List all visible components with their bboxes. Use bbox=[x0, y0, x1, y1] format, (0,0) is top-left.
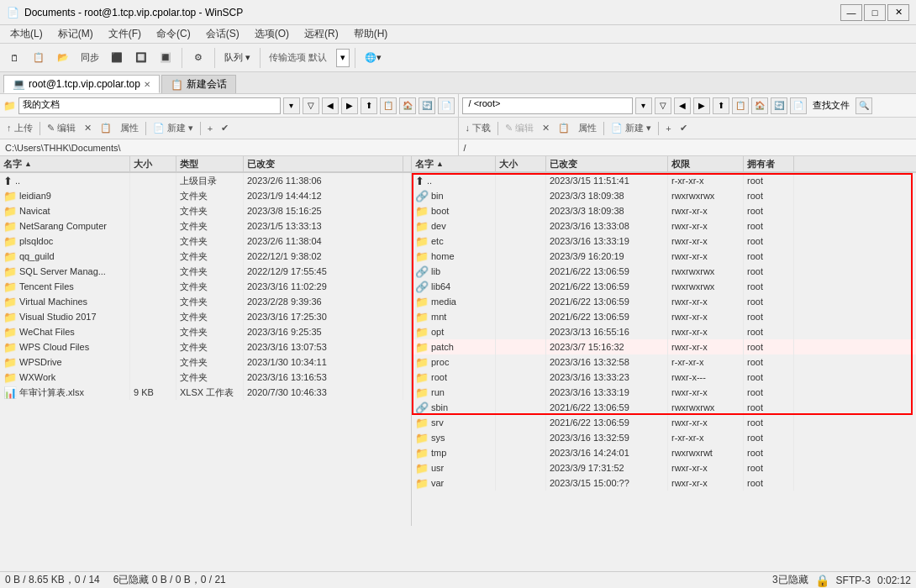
menu-mark[interactable]: 标记(M) bbox=[51, 25, 100, 43]
minimize-button[interactable]: — bbox=[840, 4, 862, 21]
right-file-row[interactable]: 📁patch 2023/3/7 15:16:32 rwxr-xr-x root bbox=[412, 339, 916, 354]
right-file-row[interactable]: 📁run 2023/3/16 13:33:19 rwxr-xr-x root bbox=[412, 385, 916, 400]
menu-file[interactable]: 文件(F) bbox=[102, 25, 148, 43]
right-addr-back[interactable]: ◀ bbox=[674, 97, 691, 114]
left-addr-back[interactable]: ◀ bbox=[322, 97, 339, 114]
right-copy-btn[interactable]: 📋 bbox=[555, 120, 573, 137]
right-file-row[interactable]: 🔗lib64 2021/6/22 13:06:59 rwxrwxrwx root bbox=[412, 279, 916, 294]
toolbar-btn-2[interactable]: 📋 bbox=[28, 47, 50, 69]
toolbar-btn-5[interactable]: 🔳 bbox=[155, 47, 176, 69]
menu-help[interactable]: 帮助(H) bbox=[347, 25, 395, 43]
left-addr-dropdown[interactable]: ▾ bbox=[283, 97, 300, 114]
right-check-btn[interactable]: ✔ bbox=[676, 120, 691, 137]
left-file-row[interactable]: 📁WPSDrive 文件夹 2023/1/30 10:34:11 bbox=[0, 354, 411, 370]
right-file-row[interactable]: 🔗lib 2021/6/22 13:06:59 rwxrwxrwx root bbox=[412, 264, 916, 279]
right-file-row[interactable]: 📁proc 2023/3/16 13:32:58 r-xr-xr-x root bbox=[412, 354, 916, 370]
right-path-input[interactable]: / <root> bbox=[462, 97, 633, 114]
left-file-row[interactable]: 📁Navicat 文件夹 2023/3/8 15:16:25 bbox=[0, 203, 411, 218]
tab-root[interactable]: 💻 root@1.tcp.vip.cpolar.top ✕ bbox=[3, 75, 160, 93]
right-addr-filter[interactable]: ▽ bbox=[655, 97, 671, 114]
right-file-row[interactable]: 📁mnt 2021/6/22 13:06:59 rwxr-xr-x root bbox=[412, 309, 916, 324]
left-file-row[interactable]: 📁Tencent Files 文件夹 2023/3/16 11:02:29 bbox=[0, 279, 411, 294]
toolbar-sync-btn[interactable]: 同步 bbox=[76, 47, 103, 69]
right-file-row[interactable]: 📁root 2023/3/16 13:33:23 rwxr-x--- root bbox=[412, 370, 916, 385]
right-file-row[interactable]: 🔗bin 2023/3/3 18:09:38 rwxrwxrwx root bbox=[412, 188, 916, 203]
right-edit-btn[interactable]: ✎ 编辑 bbox=[502, 120, 537, 137]
tab-new-session[interactable]: 📋 新建会话 bbox=[161, 75, 236, 93]
right-col-size[interactable]: 大小 bbox=[496, 156, 546, 171]
right-addr-copy[interactable]: 📋 bbox=[732, 97, 749, 114]
right-col-perm[interactable]: 权限 bbox=[668, 156, 744, 171]
right-delete-btn[interactable]: ✕ bbox=[539, 120, 553, 137]
left-edit-btn[interactable]: ✎ 编辑 bbox=[44, 120, 79, 137]
left-file-row[interactable]: 📁NetSarang Computer 文件夹 2023/1/5 13:33:1… bbox=[0, 218, 411, 234]
right-addr-new[interactable]: 📄 bbox=[790, 97, 807, 114]
left-file-row[interactable]: 📁WPS Cloud Files 文件夹 2023/3/16 13:07:53 bbox=[0, 339, 411, 354]
left-delete-btn[interactable]: ✕ bbox=[81, 120, 95, 137]
right-file-row[interactable]: 📁sys 2023/3/16 13:32:59 r-xr-xr-x root bbox=[412, 430, 916, 445]
left-addr-copy[interactable]: 📋 bbox=[380, 97, 397, 114]
right-file-row[interactable]: 📁media 2021/6/22 13:06:59 rwxr-xr-x root bbox=[412, 294, 916, 309]
right-properties-btn[interactable]: 属性 bbox=[575, 120, 600, 137]
maximize-button[interactable]: □ bbox=[864, 4, 886, 21]
toolbar-gear-btn[interactable]: ⚙ bbox=[187, 47, 209, 69]
left-addr-home[interactable]: 🏠 bbox=[399, 97, 416, 114]
right-file-row[interactable]: 📁var 2023/3/15 15:00:?? rwxr-xr-x root bbox=[412, 475, 916, 491]
left-addr-up[interactable]: ⬆ bbox=[361, 97, 377, 114]
toolbar-btn-open[interactable]: 📂 bbox=[52, 47, 74, 69]
toolbar-btn-1[interactable]: 🗒 bbox=[3, 47, 25, 69]
left-col-date[interactable]: 已改变 bbox=[244, 156, 403, 171]
menu-remote[interactable]: 远程(R) bbox=[297, 25, 345, 43]
left-new-btn[interactable]: 📄 新建 ▾ bbox=[150, 120, 197, 137]
left-check-btn[interactable]: ✔ bbox=[218, 120, 232, 137]
left-file-row[interactable]: 📁WeChat Files 文件夹 2023/3/16 9:25:35 bbox=[0, 324, 411, 339]
left-file-row[interactable]: 📁plsqldoc 文件夹 2023/2/6 11:38:04 bbox=[0, 234, 411, 249]
right-plus-btn[interactable]: + bbox=[662, 120, 674, 137]
left-file-row[interactable]: 📁Virtual Machines 文件夹 2023/2/28 9:39:36 bbox=[0, 294, 411, 309]
right-search-btn[interactable]: 🔍 bbox=[855, 97, 872, 114]
toolbar-globe-btn[interactable]: 🌐▾ bbox=[361, 47, 386, 69]
left-file-row[interactable]: 📊年审计算表.xlsx 9 KB XLSX 工作表 2020/7/30 10:4… bbox=[0, 385, 411, 400]
right-file-row[interactable]: ⬆.. 2023/3/15 11:51:41 r-xr-xr-x root bbox=[412, 173, 916, 188]
left-upload-btn[interactable]: ↑ 上传 bbox=[3, 120, 36, 137]
left-file-row[interactable]: 📁qq_guild 文件夹 2022/12/1 9:38:02 bbox=[0, 249, 411, 264]
menu-local[interactable]: 本地(L) bbox=[3, 25, 50, 43]
transfer-dropdown[interactable]: ▾ bbox=[336, 49, 350, 67]
left-file-row[interactable]: ⬆.. 上级目录 2023/2/6 11:38:06 bbox=[0, 173, 411, 188]
toolbar-btn-3[interactable]: ⬛ bbox=[106, 47, 128, 69]
toolbar-queue-btn[interactable]: 队列 ▾ bbox=[220, 47, 255, 69]
toolbar-btn-4[interactable]: 🔲 bbox=[130, 47, 152, 69]
left-file-row[interactable]: 📁SQL Server Manag... 文件夹 2022/12/9 17:55… bbox=[0, 264, 411, 279]
right-file-row[interactable]: 📁dev 2023/3/16 13:33:08 rwxr-xr-x root bbox=[412, 218, 916, 234]
menu-options[interactable]: 选项(O) bbox=[248, 25, 296, 43]
left-copy-btn[interactable]: 📋 bbox=[97, 120, 115, 137]
right-addr-refresh[interactable]: 🔄 bbox=[771, 97, 787, 114]
left-addr-refresh[interactable]: 🔄 bbox=[419, 97, 435, 114]
right-new-btn[interactable]: 📄 新建 ▾ bbox=[608, 120, 655, 137]
menu-command[interactable]: 命令(C) bbox=[150, 25, 197, 43]
right-col-date[interactable]: 已改变 bbox=[546, 156, 668, 171]
left-addr-new[interactable]: 📄 bbox=[438, 97, 455, 114]
right-file-row[interactable]: 📁usr 2023/3/9 17:31:52 rwxr-xr-x root bbox=[412, 460, 916, 475]
left-plus-btn[interactable]: + bbox=[204, 120, 216, 137]
left-addr-filter[interactable]: ▽ bbox=[303, 97, 319, 114]
right-file-row[interactable]: 🔗sbin 2021/6/22 13:06:59 rwxrwxrwx root bbox=[412, 400, 916, 415]
right-col-name[interactable]: 名字 ▲ bbox=[412, 156, 496, 171]
right-file-row[interactable]: 📁opt 2023/3/13 16:55:16 rwxr-xr-x root bbox=[412, 324, 916, 339]
right-file-row[interactable]: 📁srv 2021/6/22 13:06:59 rwxr-xr-x root bbox=[412, 415, 916, 430]
right-addr-up[interactable]: ⬆ bbox=[713, 97, 729, 114]
left-file-row[interactable]: 📁leidian9 文件夹 2023/1/9 14:44:12 bbox=[0, 188, 411, 203]
left-file-row[interactable]: 📁WXWork 文件夹 2023/3/16 13:16:53 bbox=[0, 370, 411, 385]
right-addr-home[interactable]: 🏠 bbox=[751, 97, 768, 114]
left-file-row[interactable]: 📁Visual Studio 2017 文件夹 2023/3/16 17:25:… bbox=[0, 309, 411, 324]
left-path-input[interactable]: 我的文档 bbox=[18, 97, 281, 114]
right-file-row[interactable]: 📁home 2023/3/9 16:20:19 rwxr-xr-x root bbox=[412, 249, 916, 264]
menu-session[interactable]: 会话(S) bbox=[199, 25, 246, 43]
right-addr-forward[interactable]: ▶ bbox=[693, 97, 710, 114]
right-col-owner[interactable]: 拥有者 bbox=[744, 156, 794, 171]
left-col-type[interactable]: 类型 bbox=[176, 156, 244, 171]
right-file-row[interactable]: 📁tmp 2023/3/16 14:24:01 rwxrwxrwt root bbox=[412, 445, 916, 460]
right-file-row[interactable]: 📁boot 2023/3/3 18:09:38 rwxr-xr-x root bbox=[412, 203, 916, 218]
tab-close-root[interactable]: ✕ bbox=[144, 80, 150, 89]
right-file-row[interactable]: 📁etc 2023/3/16 13:33:19 rwxr-xr-x root bbox=[412, 234, 916, 249]
